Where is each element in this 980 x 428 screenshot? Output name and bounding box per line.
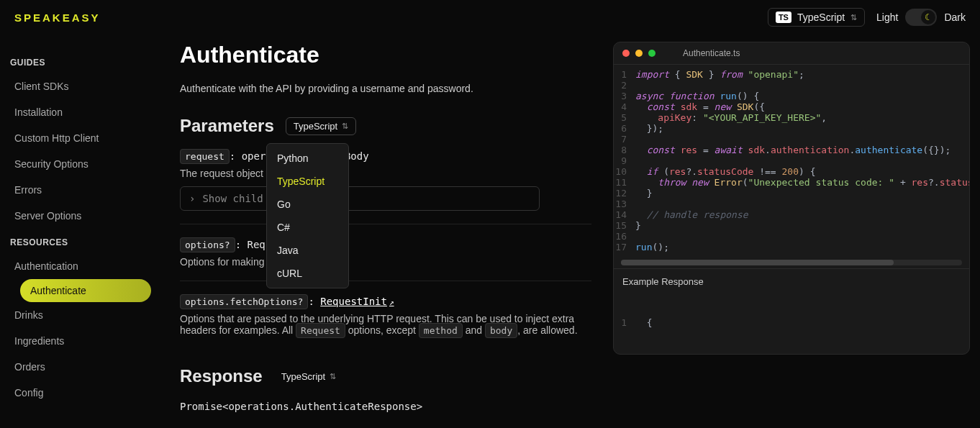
param-desc: The request object t xyxy=(180,168,269,179)
top-language-label: TypeScript xyxy=(797,12,845,23)
language-dropdown: PythonTypeScriptGoC#JavacURL xyxy=(266,143,349,288)
language-option[interactable]: cURL xyxy=(267,262,348,285)
chevron-right-icon: › xyxy=(189,193,195,204)
guides-heading: GUIDES xyxy=(10,58,151,68)
chevron-sort-icon: ⇅ xyxy=(330,372,336,381)
moon-icon: ☾ xyxy=(921,10,935,24)
sidebar-item-active[interactable]: Authenticate xyxy=(20,279,151,302)
sidebar-item[interactable]: Installation xyxy=(7,99,151,125)
sidebar-item[interactable]: Errors xyxy=(7,177,151,203)
response-type: Promise<operations.AuthenticateResponse> xyxy=(180,401,591,412)
external-link-icon: ↗ xyxy=(389,298,394,307)
param-name: options? xyxy=(180,237,235,252)
param-desc: Options for making H xyxy=(180,256,591,268)
main-content: Authenticate Authenticate with the API b… xyxy=(158,35,613,428)
sidebar-item[interactable]: Client SDKs xyxy=(7,73,151,99)
param-lang-label: TypeScript xyxy=(294,121,337,132)
sidebar-item[interactable]: Custom Http Client xyxy=(7,125,151,151)
response-language-selector[interactable]: TypeScript ⇅ xyxy=(274,368,343,385)
response-heading: Response xyxy=(180,366,263,386)
expand-children-button[interactable]: › Show child xyxy=(180,186,540,211)
sidebar-item[interactable]: Orders xyxy=(7,354,151,380)
example-response-tab[interactable]: Example Response xyxy=(614,268,969,291)
page-title: Authenticate xyxy=(180,42,591,68)
window-minimize-icon xyxy=(635,50,643,57)
code-example-window: Authenticate.ts 1import { SDK } from "op… xyxy=(613,42,970,355)
sidebar: GUIDES Client SDKsInstallationCustom Htt… xyxy=(0,35,158,428)
param-name: request xyxy=(180,149,230,164)
chevron-sort-icon: ⇅ xyxy=(342,122,348,131)
parameters-heading: Parameters xyxy=(180,116,274,136)
window-close-icon xyxy=(622,50,630,57)
window-maximize-icon xyxy=(648,50,655,57)
param-name: options.fetchOptions? xyxy=(180,294,308,309)
sidebar-item[interactable]: Config xyxy=(7,380,151,406)
language-option[interactable]: TypeScript xyxy=(267,170,348,193)
parameters-language-selector[interactable]: TypeScript ⇅ xyxy=(286,117,356,135)
code-block[interactable]: 1import { SDK } from "openapi";23async f… xyxy=(614,65,969,257)
page-lead: Authenticate with the API by providing a… xyxy=(180,83,591,94)
sidebar-item[interactable]: Security Options xyxy=(7,151,151,177)
sidebar-item[interactable]: Drinks xyxy=(7,302,151,328)
language-option[interactable]: C# xyxy=(267,216,348,239)
code-filename: Authenticate.ts xyxy=(683,48,740,58)
theme-toggle[interactable]: ☾ xyxy=(905,9,937,26)
sidebar-item[interactable]: Ingredients xyxy=(7,328,151,354)
sidebar-item[interactable]: Authentication xyxy=(7,253,151,279)
example-response-body: 1 { xyxy=(614,291,969,354)
resources-heading: RESOURCES xyxy=(10,237,151,247)
chevron-sort-icon: ⇅ xyxy=(850,13,857,22)
ts-badge-icon: TS xyxy=(776,12,791,23)
light-label: Light xyxy=(876,12,898,23)
language-option[interactable]: Python xyxy=(267,147,348,170)
dark-label: Dark xyxy=(944,12,966,23)
language-option[interactable]: Go xyxy=(267,193,348,216)
request-init-link[interactable]: RequestInit↗ xyxy=(320,296,394,307)
top-language-selector[interactable]: TS TypeScript ⇅ xyxy=(768,8,865,27)
param-desc: Options that are passed to the underlyin… xyxy=(180,313,591,336)
language-option[interactable]: Java xyxy=(267,239,348,262)
horizontal-scrollbar[interactable] xyxy=(621,260,962,265)
resp-lang-label: TypeScript xyxy=(281,371,325,382)
sidebar-item[interactable]: Server Options xyxy=(7,203,151,229)
brand-logo[interactable]: SPEAKEASY xyxy=(14,12,101,24)
